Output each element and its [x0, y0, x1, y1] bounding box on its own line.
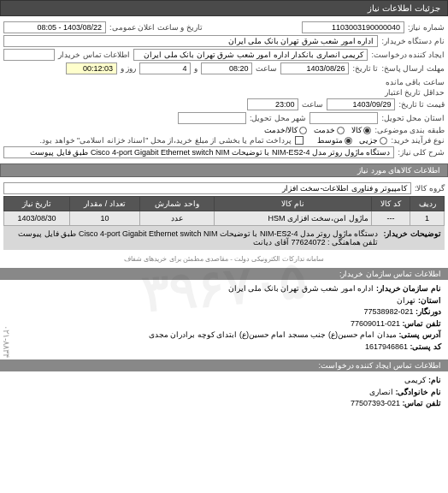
radio-circle-icon	[363, 127, 371, 134]
announce-label: تاریخ و ساعت اعلان عمومی:	[109, 23, 203, 32]
packing-label: طبقه بندی موضوعی:	[374, 126, 445, 134]
deadline-hour-field: 08:20	[201, 62, 252, 74]
fax-label: دورنگار:	[416, 307, 441, 316]
radio-circle-icon	[337, 127, 345, 134]
keyword-label: شرح کلی نیاز:	[398, 148, 445, 157]
radio-motevaset-label: متوسط	[317, 136, 343, 145]
device-label: نام دستگاه خریدار:	[381, 37, 445, 45]
td-name: ماژول امن،سخت افزاری HSM	[214, 211, 371, 226]
th-qty: تعداد / مقدار	[70, 197, 140, 211]
delivery-city-label: شهر محل تحویل:	[250, 114, 307, 122]
address-label: آدرس پستی:	[399, 330, 442, 339]
delivery-state-field	[309, 112, 378, 124]
radio-service[interactable]: خدمت	[314, 126, 345, 134]
process-label: نوع فرآیند خرید:	[391, 136, 445, 145]
items-section-header: اطلاعات کالاهای مورد نیاز	[0, 163, 448, 177]
radio-kala[interactable]: کالا	[351, 126, 371, 134]
radio-circle-icon	[380, 137, 387, 145]
system-notice: سامانه تدارکات الکترونیکی دولت - مقاصدی …	[0, 253, 448, 264]
desc-label: توضیحات خریدار:	[384, 229, 442, 246]
th-row: ردیف	[410, 197, 445, 211]
buyer-contact-label: اطلاعات تماس خریدار	[58, 50, 130, 59]
requester-contact-block: نام: کریمی نام خانوادگی: انصاری تلفن تما…	[0, 371, 448, 413]
remain-label: ساعت باقی مانده	[386, 78, 445, 86]
th-unit: واحد شمارش	[140, 197, 215, 211]
hour-label-2: ساعت	[302, 100, 323, 109]
keyword-field: دستگاه ماژول روتر مدل NIM-ES2-4 با توضیح…	[3, 146, 394, 158]
th-name: نام کالا	[214, 197, 371, 211]
province-value: تهران	[397, 296, 416, 305]
days-field: 4	[139, 62, 191, 74]
org-label: نام سازمان خریدار:	[376, 284, 441, 293]
price-until-label: قیمت تا تاریخ:	[398, 100, 445, 109]
buyer-contact-header: اطلاعات تماس سازمان خریدار:	[0, 268, 448, 280]
postal-value: 1617946861	[365, 342, 408, 351]
deadline-label: مهلت ارسال پاسخ:	[381, 64, 445, 73]
page: ۳۹۶۷۰۵ جزئیات اطلاعات نیاز شماره نیاز: 1…	[0, 0, 448, 413]
req-phone-label: تلفن تماس:	[403, 399, 442, 407]
deadline-until-label: تا تاریخ:	[352, 64, 378, 73]
creator-field: کریمی انصاری بانکدار اداره امور شعب شرق …	[133, 49, 368, 61]
and-label: و	[194, 64, 197, 73]
radio-circle-icon	[299, 127, 307, 134]
org-value: اداره امور شعب شرق تهران بانک ملی ایران	[228, 284, 374, 293]
treasury-checkbox[interactable]	[295, 136, 304, 145]
process-radio-group: جزیی متوسط	[317, 136, 387, 145]
radio-jozi[interactable]: جزیی	[359, 136, 387, 145]
radio-kala-label: کالا	[351, 126, 362, 134]
radio-motevaset[interactable]: متوسط	[317, 136, 352, 145]
postal-label: کد پستی:	[410, 342, 442, 351]
desc-text: دستگاه ماژول روتر مدل NIM-ES2-4 با توضیح…	[7, 229, 379, 246]
group-field: کامپیوتر و فناوری اطلاعات-سخت افزار	[3, 182, 411, 194]
price-hour-field: 23:00	[247, 98, 298, 110]
price-date-field: 1403/09/29	[327, 98, 395, 110]
hour-label-1: ساعت	[256, 64, 277, 73]
announce-field: 1403/08/22 - 08:05	[3, 21, 106, 33]
radio-both[interactable]: کالا/خدمت	[264, 126, 308, 134]
table-header-row: ردیف کد کالا نام کالا واحد شمارش تعداد /…	[4, 197, 445, 211]
requester-contact-header: اطلاعات تماس ایجاد کننده درخواست:	[0, 359, 448, 371]
buyer-contact-block: نام سازمان خریدار: اداره امور شعب شرق ته…	[0, 280, 448, 356]
items-table: ردیف کد کالا نام کالا واحد شمارش تعداد /…	[3, 196, 445, 226]
phone-value: 021-77609011	[351, 319, 400, 328]
remain-field: 00:12:03	[66, 62, 117, 74]
td-code: ---	[371, 211, 410, 226]
side-phone: ۰۲۱-۸۸۳۴	[2, 325, 11, 358]
td-qty: 10	[70, 211, 140, 226]
td-unit: عدد	[140, 211, 215, 226]
radio-jozi-label: جزیی	[359, 136, 378, 145]
deadline-date-field: 1403/08/26	[280, 62, 349, 74]
req-family-value: انصاری	[369, 388, 393, 396]
address-value: میدان امام حسین(ع) جنب مسجد امام حسین(ع)…	[149, 330, 397, 339]
days-label: روز و	[121, 64, 137, 73]
category-radio-group: کالا خدمت کالا/خدمت	[264, 126, 372, 134]
buyer-contact-field	[3, 49, 55, 61]
fax-value: 021-77538982	[363, 307, 413, 316]
main-header: جزئیات اطلاعات نیاز	[0, 0, 448, 16]
req-phone-value: 021-77507393	[351, 399, 400, 407]
creator-label: ایجاد کننده درخواست:	[371, 50, 445, 59]
phone-label: تلفن تماس:	[403, 319, 442, 328]
req-number-field: 1103003190000040	[302, 21, 404, 33]
table-row: 1 --- ماژول امن،سخت افزاری HSM عدد 10 14…	[4, 211, 445, 226]
delivery-state-label: استان محل تحویل:	[381, 114, 445, 122]
radio-circle-icon	[345, 137, 352, 145]
req-number-label: شماره نیاز:	[408, 23, 445, 32]
province-label: استان:	[418, 296, 441, 305]
group-label: گروه کالا:	[415, 184, 445, 193]
price-valid-label: حداقل تاریخ اعتبار	[385, 88, 445, 97]
td-date: 1403/08/30	[4, 211, 70, 226]
radio-service-label: خدمت	[314, 126, 335, 134]
payment-note: پرداخت تمام یا بخشی از مبلغ خرید،از محل …	[40, 136, 292, 145]
req-family-label: نام خانوادگی:	[396, 388, 442, 396]
description-row: توضیحات خریدار: دستگاه ماژول روتر مدل NI…	[3, 226, 445, 250]
req-name-value: کریمی	[404, 376, 426, 384]
delivery-city-field	[178, 112, 246, 124]
td-row: 1	[410, 211, 445, 226]
th-code: کد کالا	[371, 197, 410, 211]
radio-both-label: کالا/خدمت	[264, 126, 298, 134]
th-date: تاریخ نیاز	[4, 197, 70, 211]
req-name-label: نام:	[428, 376, 441, 384]
device-field: اداره امور شعب شرق تهران بانک ملی ایران	[3, 35, 378, 47]
